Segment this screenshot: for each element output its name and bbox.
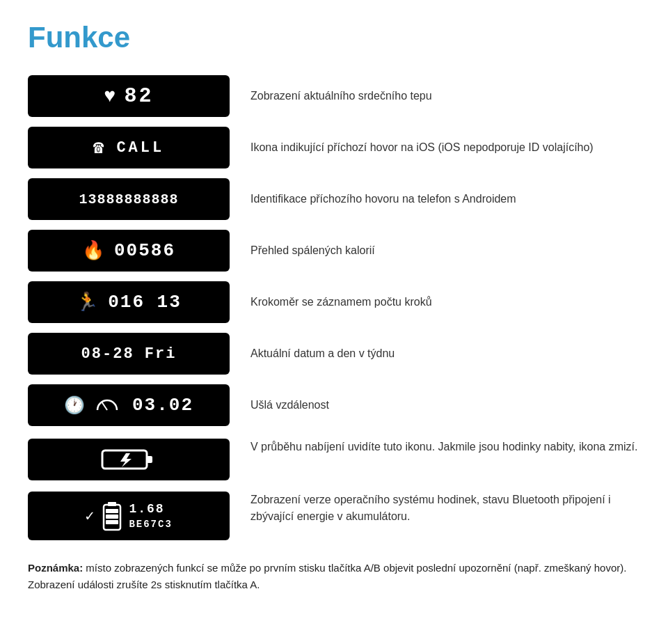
display-distance: 🕐 03.02 (28, 384, 230, 426)
feature-row-steps: 🏃 016 13 Krokoměr se záznamem počtu krok… (28, 280, 640, 324)
speedometer-icon: 🕐 (64, 395, 86, 416)
page-title: Funkce (28, 21, 640, 54)
feature-row-calories: 🔥 00586 Přehled spálených kalorií (28, 228, 640, 273)
svg-line-0 (102, 402, 107, 410)
display-call-ios: ☎ CALL (28, 127, 230, 168)
distance-value: 03.02 (132, 395, 193, 416)
svg-marker-3 (120, 453, 132, 467)
feature-row-heart-rate: ♥ 82 Zobrazení aktuálního srdečního tepu (28, 74, 640, 118)
phone-number: 13888888888 (79, 191, 178, 207)
calories-value: 00586 (114, 240, 175, 261)
svg-rect-6 (106, 520, 118, 524)
version-info: 1.68 BE67C3 (129, 501, 172, 531)
note: Poznámka: místo zobrazených funkcí se mů… (28, 560, 640, 593)
display-heart-rate: ♥ 82 (28, 75, 230, 117)
description-steps: Krokoměr se záznamem počtu kroků (250, 294, 640, 311)
display-charging (28, 439, 230, 480)
fire-icon: 🔥 (82, 239, 106, 262)
feature-row-call-android: 13888888888 Identifikace příchozího hovo… (28, 177, 640, 221)
version-line1: 1.68 (129, 501, 172, 517)
battery-charging-icon (101, 446, 157, 473)
call-label: CALL (116, 139, 164, 157)
svg-rect-2 (147, 456, 152, 463)
feature-row-distance: 🕐 03.02 Ušlá vzdálenost (28, 383, 640, 427)
note-text: místo zobrazených funkcí se může po prvn… (28, 562, 626, 590)
feature-row-date: 08-28 Fri Aktuální datum a den v týdnu (28, 331, 640, 376)
heart-icon: ♥ (104, 86, 118, 107)
date-value: 08-28 Fri (81, 345, 177, 363)
version-line2: BE67C3 (129, 518, 172, 531)
display-calories: 🔥 00586 (28, 230, 230, 272)
display-version: ✓ 1.68 BE67C3 (28, 492, 230, 540)
checkmark-icon: ✓ (85, 507, 95, 526)
description-version: Zobrazení verze operačního systému hodin… (250, 492, 640, 525)
description-heart-rate: Zobrazení aktuálního srdečního tepu (250, 88, 640, 104)
description-distance: Ušlá vzdálenost (250, 397, 640, 414)
description-calories: Přehled spálených kalorií (250, 242, 640, 259)
svg-rect-8 (106, 509, 118, 513)
description-call-ios: Ikona indikující příchozí hovor na iOS (… (250, 139, 640, 156)
feature-row-charging: V průběhu nabíjení uvidíte tuto ikonu. J… (28, 434, 640, 480)
display-call-android: 13888888888 (28, 178, 230, 220)
note-label: Poznámka: (28, 562, 83, 574)
description-call-android: Identifikace příchozího hovoru na telefo… (250, 191, 640, 207)
phone-icon: ☎ (93, 136, 106, 159)
description-date: Aktuální datum a den v týdnu (250, 345, 640, 362)
display-steps: 🏃 016 13 (28, 281, 230, 323)
feature-row-call-ios: ☎ CALL Ikona indikující příchozí hovor n… (28, 125, 640, 170)
heart-value: 82 (124, 84, 153, 108)
description-charging: V průběhu nabíjení uvidíte tuto ikonu. J… (250, 439, 640, 455)
run-icon: 🏃 (76, 291, 100, 313)
svg-rect-7 (106, 515, 118, 519)
steps-value: 016 13 (108, 292, 182, 313)
speedometer-shape (95, 393, 120, 417)
display-date: 08-28 Fri (28, 333, 230, 375)
feature-list: ♥ 82 Zobrazení aktuálního srdečního tepu… (28, 74, 640, 540)
feature-row-version: ✓ 1.68 BE67C3 Zobrazení verze operačního… (28, 487, 640, 540)
battery-small-icon (102, 501, 122, 531)
svg-rect-5 (108, 502, 116, 506)
